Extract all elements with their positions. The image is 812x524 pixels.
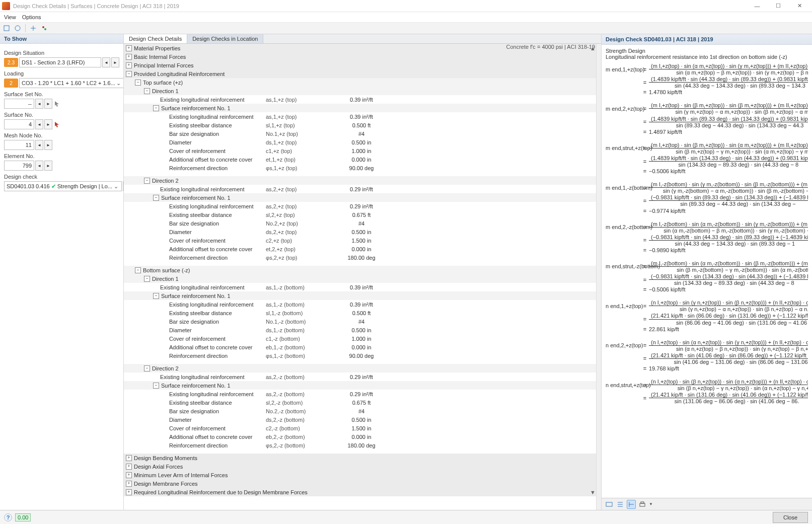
left-panel: To Show Design Situation 2.3 DS1 - Secti… — [0, 34, 124, 510]
surface-set-prev[interactable]: ◄ — [35, 99, 43, 109]
surface-no-next[interactable]: ► — [44, 119, 52, 129]
group-material-props[interactable]: + Material Properties Concrete f'c = 400… — [124, 44, 601, 52]
mesh-node-label: Mesh Node No. — [4, 132, 119, 138]
toolbar-icon-1[interactable] — [2, 24, 11, 33]
bot-d2-sr[interactable]: −Surface reinforcement No. 1 — [124, 381, 601, 390]
tab-design-checks-in-location[interactable]: Design Checks in Location — [187, 34, 263, 43]
header-right-text: Concrete f'c = 4000 psi | ACI 318-19 — [506, 44, 595, 50]
print-icon[interactable] — [638, 500, 647, 509]
table-row: Cover of reinforcementc2,+z (top)1.500 i… — [124, 236, 601, 245]
surface-set-next[interactable]: ► — [44, 99, 52, 109]
group-req-reinf[interactable]: +Required Longitudinal Reinforcement due… — [124, 488, 601, 496]
subgroup-top-surface[interactable]: −Top surface (+z) — [124, 78, 601, 87]
design-situation-combo[interactable]: DS1 - Section 2.3 (LRFD) — [19, 57, 101, 67]
table-row: Existing longitudinal reinforcementas,2,… — [124, 202, 601, 210]
print-dropdown-icon[interactable]: ▼ — [649, 502, 653, 506]
toolbar-icon-4[interactable] — [40, 24, 49, 33]
mesh-node-prev[interactable]: ◄ — [35, 140, 43, 150]
equation-block: m end,strut,+z(top)=(m I,+z(top) · sin (… — [606, 142, 808, 174]
design-check-combo[interactable]: SD0401.03 0.416 ✔ Strength Design | Lo..… — [4, 181, 122, 191]
table-row: Bar size designationNo.1,+z (top)#4 — [124, 129, 601, 138]
maximize-button[interactable]: ☐ — [768, 0, 789, 12]
table-row: Reinforcement directionφs,2,+z (top)180.… — [124, 253, 601, 262]
group-min-lever[interactable]: +Minimum Lever Arm of Internal Forces — [124, 471, 601, 479]
bot-d1-header[interactable]: −Direction 1 — [124, 274, 601, 283]
loading-combo[interactable]: CO3 - 1.20 * LC1 + 1.60 * LC2 + 1.6... ⌄ — [19, 78, 123, 88]
element-no-prev[interactable]: ◄ — [35, 161, 43, 171]
top-d2-header[interactable]: −Direction 2 — [124, 176, 601, 185]
eq-lhs: n end,strut,+z(top) — [606, 382, 641, 388]
table-row: Additional offset to concrete covereb,1,… — [124, 343, 601, 351]
table-row: Existing longitudinal reinforcementas,2,… — [124, 185, 601, 193]
element-no-input[interactable]: 799 — [4, 161, 34, 171]
surface-set-input[interactable]: -- — [4, 99, 34, 109]
design-situation-prev[interactable]: ◄ — [102, 57, 110, 67]
group-basic-forces[interactable]: +Basic Internal Forces — [124, 52, 601, 61]
help-icon[interactable]: ? — [4, 513, 12, 521]
pick-surface-icon[interactable] — [53, 120, 61, 128]
toolbar-icon-3[interactable] — [29, 24, 38, 33]
top-d1-sr[interactable]: −Surface reinforcement No. 1 — [124, 104, 601, 112]
tab-design-check-details[interactable]: Design Check Details — [124, 34, 187, 43]
equation-block: m end,strut,-z(bottom)=(m I,-z(bottom) ·… — [606, 260, 808, 292]
table-row: Existing longitudinal reinforcementas,2,… — [124, 390, 601, 398]
element-no-next[interactable]: ► — [44, 161, 52, 171]
formula-view-icon[interactable] — [605, 500, 614, 509]
subgroup-bottom-surface[interactable]: −Bottom surface (-z) — [124, 266, 601, 274]
table-row: Existing steelbar distancesl,1,-z (botto… — [124, 309, 601, 317]
group-bending-moments[interactable]: +Design Bending Moments — [124, 454, 601, 462]
menu-options[interactable]: Options — [22, 14, 41, 20]
bot-d1-sr[interactable]: −Surface reinforcement No. 1 — [124, 291, 601, 300]
table-row: Existing steelbar distancesl,1,+z (top)0… — [124, 121, 601, 129]
bot-d2-header[interactable]: −Direction 2 — [124, 364, 601, 372]
group-axial-forces[interactable]: +Design Axial Forces — [124, 462, 601, 471]
table-row: Cover of reinforcementc2,-z (bottom)1.50… — [124, 424, 601, 432]
window-title: Design Check Details | Surfaces | Concre… — [13, 3, 179, 9]
svg-point-2 — [42, 26, 44, 28]
mesh-node-next[interactable]: ► — [44, 140, 52, 150]
equation-block: m end,1,-z(bottom)=(m I,-z(bottom) · sin… — [606, 181, 808, 213]
table-row: Additional offset to concrete coveret,1,… — [124, 155, 601, 164]
surface-no-input[interactable]: 4 — [4, 119, 34, 129]
loading-label: Loading — [4, 70, 119, 77]
left-panel-body: Design Situation 2.3 DS1 - Section 2.3 (… — [0, 44, 123, 194]
design-situation-value: DS1 - Section 2.3 (LRFD) — [22, 59, 99, 65]
units-badge[interactable]: 0.00 — [15, 513, 31, 521]
right-panel-body[interactable]: Strength Design Longitudinal reinforceme… — [602, 45, 812, 498]
design-check-prev[interactable]: ◄ — [123, 181, 123, 191]
scrollbar[interactable] — [596, 44, 601, 510]
eq-lhs: m end,1,+z(top) — [606, 66, 641, 72]
close-button[interactable]: Close — [773, 512, 808, 523]
equation-block: n end,1,+z(top)=(n I,+z(top) · sin (γ n,… — [606, 300, 808, 332]
surface-no-prev[interactable]: ◄ — [35, 119, 43, 129]
table-row: Bar size designationNo.1,-z (bottom)#4 — [124, 317, 601, 326]
group-principal-forces[interactable]: +Principal Internal Forces — [124, 61, 601, 69]
element-no-label: Element No. — [4, 153, 119, 159]
eq-lhs: n end,1,+z(top) — [606, 303, 641, 309]
surface-no-label: Surface No. — [4, 112, 119, 118]
svg-rect-0 — [4, 26, 9, 31]
mesh-node-input[interactable]: 11 — [4, 140, 34, 150]
detailed-view-icon[interactable] — [627, 500, 636, 509]
titlebar: Design Check Details | Surfaces | Concre… — [0, 0, 812, 12]
table-row: Cover of reinforcementc1,+z (top)1.000 i… — [124, 146, 601, 155]
toolbar-icon-2[interactable] — [13, 24, 22, 33]
top-d2-sr[interactable]: −Surface reinforcement No. 1 — [124, 193, 601, 202]
eq-lhs: n end,2,+z(top) — [606, 342, 641, 348]
right-line-1: Strength Design — [606, 48, 808, 54]
list-view-icon[interactable] — [616, 500, 625, 509]
design-situation-next[interactable]: ► — [111, 57, 119, 67]
loading-value: CO3 - 1.20 * LC1 + 1.60 * LC2 + 1.6... — [22, 80, 115, 86]
group-membrane-forces[interactable]: +Design Membrane Forces — [124, 479, 601, 488]
eq-lhs: m end,strut,+z(top) — [606, 145, 641, 151]
pick-icon[interactable] — [53, 100, 61, 108]
menu-view[interactable]: View — [4, 14, 16, 20]
center-tabs: Design Check Details Design Checks in Lo… — [124, 34, 601, 44]
minimize-button[interactable]: — — [747, 0, 768, 12]
design-situation-chip: 2.3 — [4, 58, 18, 67]
top-d1-header[interactable]: −Direction 1 — [124, 87, 601, 95]
tree-area[interactable]: + Material Properties Concrete f'c = 400… — [124, 44, 601, 510]
group-provided-reinf[interactable]: −Provided Longitudinal Reinforcement — [124, 69, 601, 78]
close-window-button[interactable]: ✕ — [789, 0, 810, 12]
design-check-ratio: 0.416 — [36, 183, 50, 189]
